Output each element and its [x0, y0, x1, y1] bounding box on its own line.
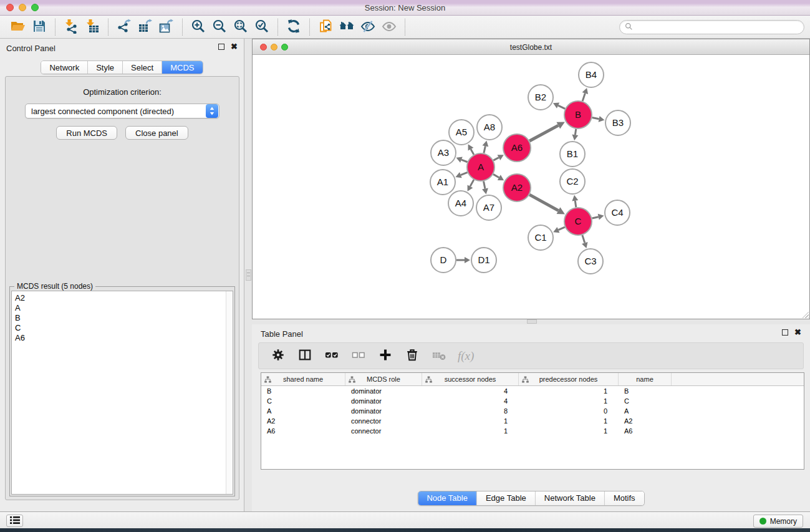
result-item[interactable]: A2 [15, 293, 223, 303]
refresh-layout-button[interactable] [283, 17, 304, 36]
edge-A-A1[interactable] [461, 172, 468, 175]
import-table-button[interactable] [82, 17, 103, 36]
add-entry-button[interactable] [377, 348, 393, 364]
table-toolbar: f(x) [258, 342, 804, 369]
deselect-all-button[interactable] [350, 348, 367, 364]
show-hidden-disabled-button[interactable] [378, 17, 400, 36]
network-canvas[interactable]: B4B2BB3A8A5A6A3B1AC2A1A2A4A7C4CC1C3DD1 [253, 55, 809, 319]
float-table-panel-icon[interactable] [782, 329, 788, 336]
export-table-button[interactable] [135, 17, 156, 36]
node-table: shared nameMCDS rolesuccessor nodesprede… [261, 372, 804, 470]
close-panel-icon[interactable]: ✖ [231, 43, 238, 51]
search-field[interactable] [619, 20, 804, 34]
column-header-MCDS-role[interactable]: MCDS role [345, 373, 422, 385]
save-session-button[interactable] [29, 17, 50, 36]
column-label: successor nodes [445, 375, 496, 383]
close-table-panel-icon[interactable]: ✖ [794, 329, 801, 336]
column-header-predecessor-nodes[interactable]: predecessor nodes [519, 373, 619, 385]
task-history-button[interactable] [6, 515, 23, 527]
criterion-dropdown[interactable]: largest connected component (directed) [25, 104, 219, 118]
table-row[interactable]: A6connector11A6 [261, 426, 804, 436]
cell-shared-name: B [261, 386, 345, 396]
edge-C-C1[interactable] [558, 227, 564, 230]
select-all-button[interactable] [324, 348, 340, 364]
show-all-button[interactable] [336, 17, 357, 36]
edge-B-B4[interactable] [582, 93, 585, 101]
memory-label: Memory [770, 517, 797, 526]
result-scrollbar[interactable] [226, 291, 233, 494]
result-item[interactable]: A6 [15, 333, 223, 343]
tab-node-table[interactable]: Node Table [418, 491, 477, 505]
table-row[interactable]: Cdominator41C [261, 396, 804, 406]
table-row[interactable]: Bdominator41B [261, 386, 804, 396]
zoom-out-button[interactable] [209, 17, 230, 36]
delete-entry-button[interactable] [404, 348, 420, 364]
open-session-button[interactable] [7, 17, 29, 36]
export-image-button[interactable] [156, 17, 177, 36]
edge-C-C4[interactable] [592, 217, 598, 218]
import-table-icon [85, 19, 100, 36]
vertical-splitter-grip[interactable] [246, 269, 251, 281]
tree-icon [264, 376, 271, 384]
column-header-name[interactable]: name [619, 373, 672, 385]
table-header-row: shared nameMCDS rolesuccessor nodesprede… [261, 373, 804, 386]
edge-A-A5[interactable] [471, 149, 474, 155]
delete-table-disabled-icon [432, 348, 446, 364]
cell-predecessor-nodes: 1 [519, 426, 619, 436]
edge-A-A2[interactable] [493, 174, 499, 177]
result-item[interactable]: C [15, 323, 223, 333]
tab-style[interactable]: Style [88, 61, 123, 74]
node-label-A7: A7 [483, 202, 494, 213]
tab-select[interactable]: Select [123, 61, 162, 74]
edge-A2-C[interactable] [529, 195, 558, 211]
tab-motifs[interactable]: Motifs [605, 491, 644, 505]
function-builder-button: f(x) [458, 349, 474, 363]
column-label: MCDS role [367, 375, 400, 383]
close-panel-button[interactable]: Close panel [125, 126, 188, 140]
node-label-C2: C2 [566, 176, 578, 186]
edge-B-B2[interactable] [558, 105, 565, 109]
edge-C-C3[interactable] [582, 235, 585, 243]
table-row[interactable]: Adominator80A [261, 406, 804, 416]
hide-selected-button[interactable] [357, 17, 378, 36]
search-input[interactable] [633, 23, 804, 32]
tree-icon [522, 376, 529, 384]
new-network-from-selection-button[interactable] [315, 17, 336, 36]
edge-A-A3[interactable] [461, 160, 468, 162]
result-item[interactable]: A [15, 303, 223, 313]
column-header-successor-nodes[interactable]: successor nodes [422, 373, 519, 385]
import-network-button[interactable] [60, 17, 82, 36]
table-settings-button[interactable] [270, 348, 286, 364]
tab-edge-table[interactable]: Edge Table [477, 491, 536, 505]
cell-shared-name: A [261, 406, 345, 416]
export-image-icon [159, 19, 174, 36]
column-header-shared-name[interactable]: shared name [261, 373, 345, 385]
memory-button[interactable]: Memory [753, 515, 803, 528]
column-visibility-button[interactable] [297, 348, 313, 364]
edge-B-B3[interactable] [592, 118, 599, 119]
memory-status-icon [759, 518, 766, 525]
export-network-button[interactable] [113, 17, 135, 36]
zoom-fit-button[interactable] [230, 17, 251, 36]
edge-A-A6[interactable] [493, 158, 499, 161]
edge-A-A8[interactable] [484, 146, 485, 153]
result-item[interactable]: B [15, 313, 223, 323]
tab-network-table[interactable]: Network Table [536, 491, 605, 505]
edge-B-B1[interactable] [575, 129, 576, 135]
edge-C-C2[interactable] [575, 201, 576, 208]
network-window-titlebar[interactable]: testGlobe.txt [253, 39, 809, 55]
tab-mcds[interactable]: MCDS [162, 61, 202, 74]
edge-A6-B[interactable] [529, 125, 558, 141]
float-panel-icon[interactable] [218, 44, 224, 50]
edge-A-A4[interactable] [470, 180, 474, 186]
edge-A-A7[interactable] [484, 181, 485, 189]
horizontal-splitter-grip[interactable] [527, 319, 537, 324]
run-mcds-button[interactable]: Run MCDS [56, 126, 117, 140]
table-body: Bdominator41BCdominator41CAdominator80AA… [261, 386, 804, 436]
tab-network[interactable]: Network [41, 61, 88, 74]
zoom-out-icon [212, 19, 227, 36]
mcds-result-list[interactable]: A2ABCA6 [12, 291, 226, 494]
table-row[interactable]: A2connector11A2 [261, 416, 804, 426]
zoom-in-button[interactable] [188, 17, 209, 36]
zoom-selected-button[interactable] [251, 17, 272, 36]
